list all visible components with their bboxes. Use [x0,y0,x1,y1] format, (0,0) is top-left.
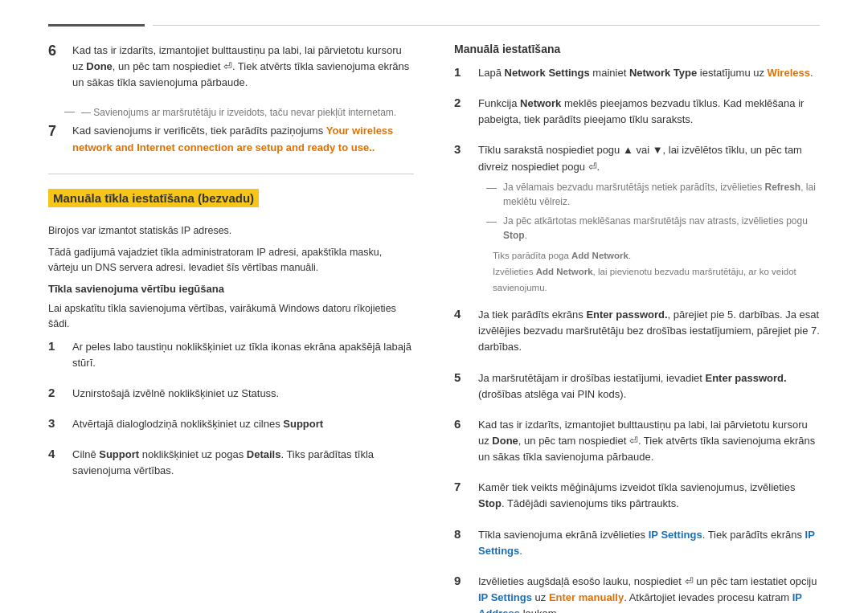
right-step-2-content: Funkcija Network meklēs pieejamos bezvad… [478,96,820,131]
section-separator [48,174,414,174]
step-6-block: 6 Kad tas ir izdarīts, izmantojiet bultt… [48,43,414,94]
right-step-4: 4 Ja tiek parādīts ekrāns Enter password… [454,307,820,358]
right-step-6-content: Kad tas ir izdarīts, izmantojiet bulttau… [478,417,820,468]
step-3-note-3: Tiks parādīta poga Add Network. [478,247,820,264]
right-step-8: 8 Tīkla savienojuma ekrānā izvēlieties I… [454,527,820,562]
right-step-5-content: Ja maršrutētājam ir drošības iestatījumi… [478,370,820,406]
sub-step-1-content: Ar peles labo taustiņu noklikšķiniet uz … [72,339,414,374]
step-6-text: Kad tas ir izdarīts, izmantojiet bulttau… [72,43,414,91]
step-6-content: Kad tas ir izdarīts, izmantojiet bulttau… [72,43,414,94]
manual-section-heading: Manuāla tīkla iestatīšana (bezvadu) [48,189,414,215]
top-rule [48,24,820,27]
right-step-4-content: Ja tiek parādīts ekrāns Enter password.,… [478,307,820,358]
right-step-9: 9 Izvēlieties augšdaļā esošo lauku, nosp… [454,574,820,613]
sub-step-3-content: Atvērtajā dialoglodziņā noklikšķiniet uz… [72,416,414,435]
body-text-1: Birojos var izmantot statiskās IP adrese… [48,223,414,239]
right-step-7-content: Kamēr tiek veikts mēģinājums izveidot tī… [478,480,820,515]
sub-text: Lai apskatītu tīkla savienojuma vērtības… [48,301,414,333]
step-3-note-1: — Ja vēlamais bezvadu maršrutētājs netie… [478,180,820,209]
sub-step-2-content: Uznirstošajā izvēlnē noklikšķiniet uz St… [72,386,414,405]
sub-step-4: 4 Cilnē Support noklikšķiniet uz pogas D… [48,447,414,482]
step-7-num: 7 [48,123,64,158]
right-step-1: 1 Lapā Network Settings mainiet Network … [454,65,820,84]
right-step-5: 5 Ja maršrutētājam ir drošības iestatīju… [454,370,820,406]
right-step-8-content: Tīkla savienojuma ekrānā izvēlieties IP … [478,527,820,562]
step-7-block: 7 Kad savienojums ir verificēts, tiek pa… [48,123,414,158]
right-step-2: 2 Funkcija Network meklēs pieejamos bezv… [454,96,820,131]
step-6-num: 6 [48,43,64,94]
left-column: 6 Kad tas ir izdarīts, izmantojiet bultt… [48,43,414,613]
sub-heading: Tīkla savienojuma vērtību iegūšana [48,283,414,295]
right-step-9-content: Izvēlieties augšdaļā esošo lauku, nospie… [478,574,820,613]
right-step-6: 6 Kad tas ir izdarīts, izmantojiet bultt… [454,417,820,468]
right-step-7: 7 Kamēr tiek veikts mēģinājums izveidot … [454,480,820,515]
step-3-note-2: — Ja pēc atkārtotas meklēšanas maršrutēt… [478,214,820,243]
right-step-3-content: Tīklu sarakstā nospiediet pogu ▲ vai ▼, … [478,142,820,296]
right-step-1-content: Lapā Network Settings mainiet Network Ty… [478,65,820,84]
right-column: Manuālā iestatīšana 1 Lapā Network Setti… [454,43,820,613]
step-6-note: — — Savienojums ar maršrutētāju ir izvei… [48,105,414,120]
sub-step-4-content: Cilnē Support noklikšķiniet uz pogas Det… [72,447,414,482]
step-7-content: Kad savienojums ir verificēts, tiek parā… [72,123,414,158]
enter-icon-6: ⏎ [223,60,232,72]
sub-step-2: 2 Uznirstošajā izvēlnē noklikšķiniet uz … [48,386,414,405]
step-3-note-4: Izvēlieties Add Network, lai pievienotu … [478,264,820,296]
body-text-2: Tādā gadījumā vajadziet tīkla administra… [48,245,414,276]
right-section-title: Manuālā iestatīšana [454,43,820,55]
sub-step-3: 3 Atvērtajā dialoglodziņā noklikšķiniet … [48,416,414,435]
right-step-3: 3 Tīklu sarakstā nospiediet pogu ▲ vai ▼… [454,142,820,296]
sub-step-1: 1 Ar peles labo taustiņu noklikšķiniet u… [48,339,414,374]
